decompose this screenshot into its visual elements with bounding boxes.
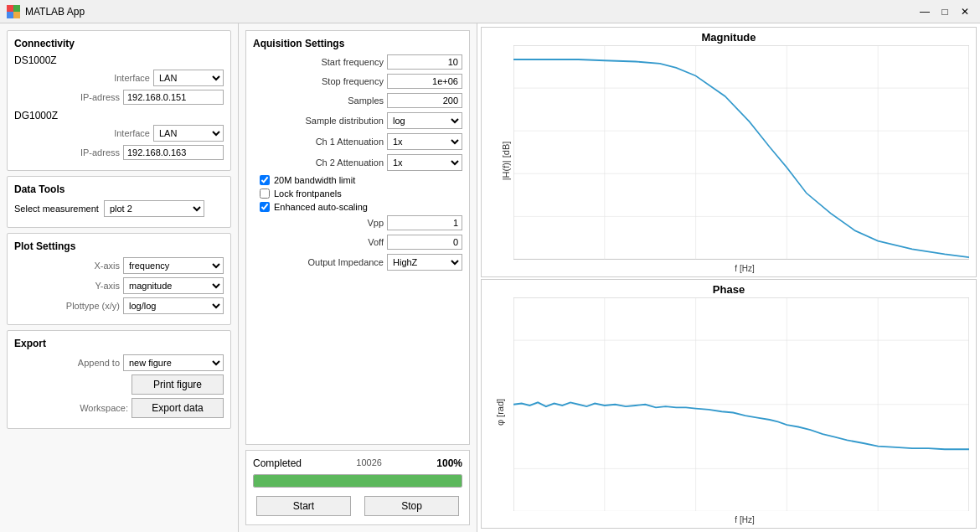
magnitude-chart-area: |H(f)| [dB] 0 -10 (482, 45, 976, 276)
magnitude-chart: Magnitude |H(f)| [dB] (481, 27, 977, 277)
phase-chart-area: φ [rad] π π/2 0 -π/ (482, 297, 976, 529)
plottype-label: Plottype (x/y) (65, 301, 120, 311)
completed-label: Completed (253, 457, 302, 469)
progress-info: Completed 10026 100% (253, 457, 462, 469)
enhanced-scaling-checkbox[interactable] (260, 202, 270, 212)
progress-section: Completed 10026 100% Start Stop (245, 450, 470, 525)
plot-settings-title: Plot Settings (14, 240, 224, 252)
start-freq-input[interactable] (387, 54, 462, 70)
output-impedance-select[interactable]: HighZ (387, 254, 462, 271)
acquisition-title: Aquisition Settings (253, 38, 462, 49)
x-axis-label: X-axis (65, 261, 120, 271)
vpp-label: Vpp (291, 218, 384, 228)
append-to-label: Append to (65, 358, 120, 368)
main-content: Connectivity DS1000Z Interface LAN IP-ad… (0, 23, 980, 532)
device1-interface-label: Interface (95, 73, 150, 83)
lock-frontpanels-label: Lock frontpanels (274, 189, 342, 199)
app-title: MATLAB App (25, 6, 85, 18)
bw-limit-checkbox[interactable] (260, 175, 270, 185)
progress-percent: 100% (436, 457, 462, 469)
progress-bar-container (253, 474, 462, 488)
y-axis-select[interactable]: magnitude (123, 277, 224, 294)
svg-rect-2 (7, 12, 13, 18)
data-tools-section: Data Tools Select measurement plot 2 (7, 176, 231, 228)
svg-rect-0 (7, 5, 13, 12)
phase-y-label: φ [rad] (495, 399, 505, 426)
x-axis-select[interactable]: frequency (123, 257, 224, 274)
workspace-label: Workspace: (74, 403, 128, 413)
output-impedance-label: Output Impedance (291, 257, 384, 267)
device2-interface-label: Interface (95, 128, 150, 138)
voff-input[interactable] (387, 235, 462, 250)
device1-ip-input[interactable] (123, 90, 224, 105)
select-measurement-select[interactable]: plot 2 (104, 200, 204, 217)
voff-label: Voff (291, 237, 384, 247)
sample-dist-select[interactable]: log (387, 112, 462, 129)
stop-freq-input[interactable] (387, 74, 462, 89)
vpp-input[interactable] (387, 215, 462, 230)
export-data-button[interactable]: Export data (132, 398, 224, 418)
minimize-button[interactable]: — (916, 3, 933, 20)
data-tools-title: Data Tools (14, 183, 224, 195)
device2-ip-input[interactable] (123, 145, 224, 160)
enhanced-scaling-label: Enhanced auto-scaling (274, 202, 368, 212)
samples-label: Samples (291, 96, 384, 106)
connectivity-section: Connectivity DS1000Z Interface LAN IP-ad… (7, 30, 231, 171)
stop-button[interactable]: Stop (364, 496, 459, 516)
samples-input[interactable] (387, 93, 462, 108)
magnitude-x-label: f [Hz] (513, 262, 976, 275)
phase-x-label: f [Hz] (513, 514, 976, 526)
acquisition-section: Aquisition Settings Start frequency Stop… (245, 30, 470, 445)
app-icon (7, 5, 20, 18)
device1-interface-select[interactable]: LAN (153, 70, 224, 86)
magnitude-title: Magnitude (482, 28, 976, 45)
y-axis-label: Y-axis (65, 281, 120, 291)
progress-bar-fill (254, 475, 462, 487)
svg-rect-1 (13, 5, 20, 12)
device2-interface-select[interactable]: LAN (153, 125, 224, 142)
bw-limit-label: 20M bandwidth limit (274, 175, 355, 185)
select-measurement-label: Select measurement (14, 204, 99, 214)
device1-name: DS1000Z (14, 54, 224, 66)
phase-title: Phase (482, 280, 976, 297)
start-button[interactable]: Start (256, 496, 351, 516)
plot-settings-section: Plot Settings X-axis frequency Y-axis ma… (7, 233, 231, 325)
device1-ip-label: IP-adress (65, 92, 120, 102)
phase-chart: Phase φ [rad] π π/2 (481, 279, 977, 529)
ch2-att-select[interactable]: 1x (387, 154, 462, 171)
close-button[interactable]: ✕ (957, 3, 973, 20)
phase-svg: π π/2 0 -π/2 -π 10¹ 10² 10³ 10⁴ 10⁵ 10⁶ (513, 297, 969, 512)
ch2-att-label: Ch 2 Attenuation (291, 158, 384, 168)
connectivity-title: Connectivity (14, 38, 224, 49)
export-section: Export Append to new figure Print figure… (7, 330, 231, 429)
lock-frontpanels-checkbox[interactable] (260, 189, 270, 199)
completed-value: 10026 (356, 457, 382, 469)
append-to-select[interactable]: new figure (123, 354, 224, 371)
title-bar: MATLAB App — □ ✕ (0, 0, 980, 23)
right-panel: Magnitude |H(f)| [dB] (477, 23, 980, 532)
left-panel: Connectivity DS1000Z Interface LAN IP-ad… (0, 23, 239, 532)
print-figure-button[interactable]: Print figure (132, 374, 224, 395)
sample-dist-label: Sample distribution (291, 116, 384, 126)
ch1-att-label: Ch 1 Attenuation (291, 137, 384, 147)
stop-freq-label: Stop frequency (291, 76, 384, 86)
maximize-button[interactable]: □ (936, 3, 953, 20)
mid-panel: Aquisition Settings Start frequency Stop… (239, 23, 477, 532)
svg-rect-4 (513, 45, 969, 260)
svg-rect-3 (13, 12, 20, 18)
device2-ip-label: IP-adress (65, 147, 120, 158)
plottype-select[interactable]: log/log (123, 297, 224, 314)
magnitude-svg: 0 -10 -20 -30 -40 10¹ 10² 10³ 10⁴ 10⁵ 10… (513, 45, 969, 260)
magnitude-y-label: |H(f)| [dB] (501, 141, 511, 180)
export-title: Export (14, 338, 224, 349)
ch1-att-select[interactable]: 1x (387, 133, 462, 150)
start-freq-label: Start frequency (291, 57, 384, 67)
device2-name: DG1000Z (14, 110, 224, 121)
